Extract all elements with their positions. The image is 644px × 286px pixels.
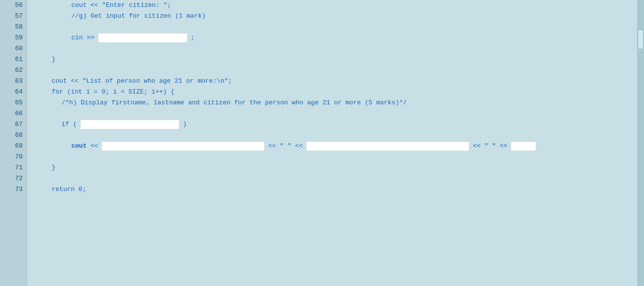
code-line-59: cin >> ;: [27, 32, 637, 43]
code-area: 56 57 58 59 60 61 62 63 64 65 66 67 68 6…: [0, 0, 644, 286]
line-70: 70: [0, 152, 27, 162]
line-57: 57: [0, 11, 27, 22]
line-64-text: for (int i = 0; i < SIZE; i++) {: [52, 87, 175, 97]
line-69-cout: cout <<: [71, 141, 102, 152]
vertical-scrollbar[interactable]: [637, 0, 644, 286]
line-60: 60: [0, 43, 27, 54]
line-62: 62: [0, 65, 27, 76]
line-67-if: if (: [61, 119, 81, 130]
code-line-57: //g) Get input for citizen (1 mark): [27, 11, 637, 22]
cout-input1[interactable]: [102, 142, 264, 151]
cout-input2[interactable]: [307, 142, 469, 151]
line-57-text: //g) Get input for citizen (1 mark): [71, 11, 206, 22]
cin-input-59[interactable]: [98, 33, 187, 42]
scrollbar-thumb[interactable]: [638, 30, 644, 49]
line-63-text: cout << "List of person who age 21 or mo…: [52, 76, 232, 87]
code-line-64: for (int i = 0; i < SIZE; i++) {: [27, 87, 637, 97]
code-line-61: }: [27, 54, 637, 65]
code-line-72: [27, 173, 637, 184]
line-72: 72: [0, 173, 27, 184]
line-66: 66: [0, 108, 27, 119]
line-73: 73: [0, 184, 27, 195]
cout-input3[interactable]: [511, 142, 536, 151]
line-59-cin: cin >>: [71, 32, 98, 43]
line-64: 64: [0, 87, 27, 97]
code-line-69: cout << << " " << << " " <<: [27, 141, 637, 152]
line-56: 56: [0, 0, 27, 11]
code-line-70: [27, 152, 637, 162]
code-line-62: [27, 65, 637, 76]
line-61-text: }: [52, 54, 56, 65]
line-59-semi: ;: [187, 32, 195, 43]
if-condition-input[interactable]: [81, 120, 179, 129]
line-56-text: cout << "Enter citizen: ";: [71, 0, 171, 11]
line-71: 71: [0, 162, 27, 173]
line-71-text: }: [52, 162, 56, 173]
line-69-sep1: << " " <<: [264, 141, 307, 152]
line-67-paren: ): [179, 119, 187, 130]
code-line-58: [27, 22, 637, 32]
editor-container: 56 57 58 59 60 61 62 63 64 65 66 67 68 6…: [0, 0, 644, 286]
code-line-66: [27, 108, 637, 119]
line-numbers: 56 57 58 59 60 61 62 63 64 65 66 67 68 6…: [0, 0, 27, 286]
code-line-65: /*h) Display firstname, lastname and cit…: [27, 97, 637, 108]
line-69-sep2: << " " <<: [469, 141, 511, 152]
line-58: 58: [0, 22, 27, 32]
line-59: 59: [0, 32, 27, 43]
code-line-67: if ( ): [27, 119, 637, 130]
code-content: cout << "Enter citizen: "; //g) Get inpu…: [27, 0, 637, 286]
line-67: 67: [0, 119, 27, 130]
line-65-text: /*h) Display firstname, lastname and cit…: [61, 97, 407, 108]
code-line-56: cout << "Enter citizen: ";: [27, 0, 637, 11]
code-line-73: return 0;: [27, 184, 637, 195]
code-line-71: }: [27, 162, 637, 173]
code-line-63: cout << "List of person who age 21 or mo…: [27, 76, 637, 87]
code-line-60: [27, 43, 637, 54]
line-68: 68: [0, 130, 27, 141]
line-65: 65: [0, 97, 27, 108]
line-69: 69: [0, 141, 27, 152]
line-63: 63: [0, 76, 27, 87]
line-73-text: return 0;: [52, 184, 86, 195]
code-line-68: [27, 130, 637, 141]
line-61: 61: [0, 54, 27, 65]
